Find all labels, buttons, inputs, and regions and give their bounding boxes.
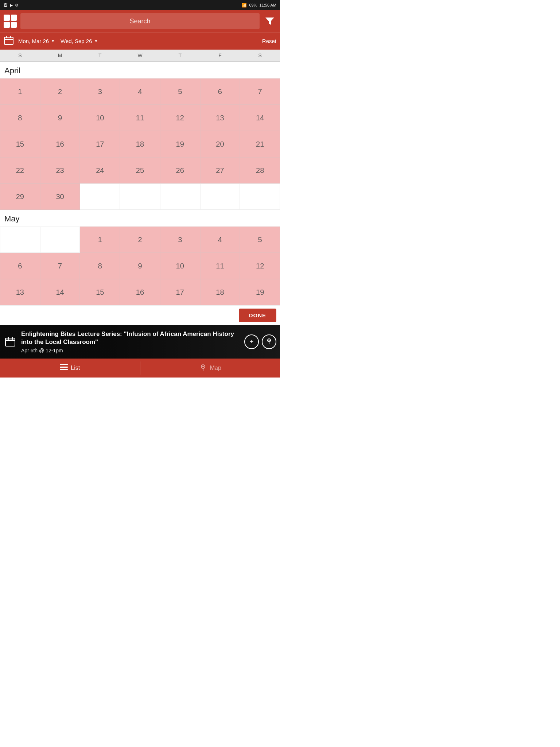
calendar-day[interactable]: 2 xyxy=(120,227,160,253)
svg-rect-4 xyxy=(10,36,11,38)
calendar-day[interactable]: 18 xyxy=(200,279,240,305)
calendar-day-empty xyxy=(120,183,160,210)
map-label: Map xyxy=(210,365,221,371)
calendar-day[interactable]: 20 xyxy=(200,131,240,157)
calendar-day[interactable]: 9 xyxy=(40,105,80,131)
calendar-day[interactable]: 18 xyxy=(120,131,160,157)
calendar-day[interactable]: 11 xyxy=(120,105,160,131)
calendar-day[interactable]: 27 xyxy=(200,157,240,183)
list-label: List xyxy=(71,365,80,371)
calendar-day[interactable]: 16 xyxy=(40,131,80,157)
calendar-day[interactable]: 5 xyxy=(160,78,200,105)
calendar-day[interactable]: 23 xyxy=(40,157,80,183)
svg-rect-13 xyxy=(60,367,68,368)
calendar-day[interactable]: 1 xyxy=(0,78,40,105)
image-icon: 🖼 xyxy=(4,3,8,8)
calendar-day[interactable]: 7 xyxy=(40,253,80,279)
calendar-day-empty xyxy=(200,183,240,210)
svg-rect-8 xyxy=(12,337,13,340)
calendar-day-empty xyxy=(240,183,280,210)
svg-rect-6 xyxy=(5,340,15,341)
svg-rect-1 xyxy=(4,37,13,44)
event-calendar-icon xyxy=(4,335,17,348)
calendar-day[interactable]: 9 xyxy=(120,253,160,279)
calendar-day[interactable]: 10 xyxy=(160,253,200,279)
start-date-picker[interactable]: Mon, Mar 26 ▼ xyxy=(18,38,55,44)
search-input[interactable] xyxy=(20,13,260,29)
calendar-day[interactable]: 15 xyxy=(0,131,40,157)
end-date-label: Wed, Sep 26 xyxy=(61,38,92,44)
calendar-day[interactable]: 12 xyxy=(240,253,280,279)
date-range-bar: Mon, Mar 26 ▼ Wed, Sep 26 ▼ Reset xyxy=(0,32,280,50)
list-icon xyxy=(60,364,68,372)
filter-icon[interactable] xyxy=(263,15,276,28)
event-location-button[interactable] xyxy=(262,334,276,349)
end-date-picker[interactable]: Wed, Sep 26 ▼ xyxy=(61,38,98,44)
calendar-day[interactable]: 5 xyxy=(240,227,280,253)
calendar-day[interactable]: 13 xyxy=(0,279,40,305)
calendar-day[interactable]: 30 xyxy=(40,183,80,210)
wifi-icon: 📶 xyxy=(242,3,247,8)
status-left-icons: 🖼 ▶ ⚙ xyxy=(4,3,19,8)
calendar-day[interactable]: 11 xyxy=(200,253,240,279)
calendar-day-empty xyxy=(0,227,40,253)
calendar-icon xyxy=(4,35,14,47)
calendar-day[interactable]: 4 xyxy=(120,78,160,105)
svg-point-16 xyxy=(202,366,204,367)
svg-rect-12 xyxy=(60,364,68,365)
calendar-day[interactable]: 8 xyxy=(80,253,120,279)
calendar-day[interactable]: 19 xyxy=(240,279,280,305)
event-actions: + xyxy=(244,334,276,349)
calendar-day[interactable]: 3 xyxy=(160,227,200,253)
calendar-day[interactable]: 7 xyxy=(240,78,280,105)
event-add-button[interactable]: + xyxy=(244,334,259,349)
calendar-day[interactable]: 17 xyxy=(80,131,120,157)
calendar-day[interactable]: 6 xyxy=(0,253,40,279)
calendar-day[interactable]: 25 xyxy=(120,157,160,183)
plus-icon: + xyxy=(250,338,254,346)
event-card[interactable]: Enlightening Bites Lecture Series: "Infu… xyxy=(0,325,280,359)
calendar-day[interactable]: 16 xyxy=(120,279,160,305)
calendar-day[interactable]: 3 xyxy=(80,78,120,105)
calendar-day[interactable]: 13 xyxy=(200,105,240,131)
calendar-day[interactable]: 14 xyxy=(40,279,80,305)
may-grid: 1 2 3 4 5 6 7 8 9 10 11 12 13 14 15 16 1… xyxy=(0,227,280,305)
grid-menu-icon[interactable] xyxy=(4,15,17,28)
calendar-day[interactable]: 22 xyxy=(0,157,40,183)
calendar-day[interactable]: 14 xyxy=(240,105,280,131)
calendar-day[interactable]: 26 xyxy=(160,157,200,183)
calendar-day[interactable]: 10 xyxy=(80,105,120,131)
list-nav-button[interactable]: List xyxy=(0,359,140,378)
calendar-day[interactable]: 29 xyxy=(0,183,40,210)
start-date-label: Mon, Mar 26 xyxy=(18,38,49,44)
april-grid: 1 2 3 4 5 6 7 8 9 10 11 12 13 14 15 16 1… xyxy=(0,78,280,210)
calendar-day-empty xyxy=(80,183,120,210)
calendar-day[interactable]: 6 xyxy=(200,78,240,105)
calendar-day[interactable]: 4 xyxy=(200,227,240,253)
calendar-day[interactable]: 15 xyxy=(80,279,120,305)
day-header-wed: W xyxy=(120,50,160,61)
map-icon xyxy=(199,363,207,373)
calendar-day[interactable]: 2 xyxy=(40,78,80,105)
day-header-fri: F xyxy=(200,50,240,61)
calendar-day[interactable]: 24 xyxy=(80,157,120,183)
calendar-day[interactable]: 28 xyxy=(240,157,280,183)
status-bar: 🖼 ▶ ⚙ 📶 69% 11:56 AM xyxy=(0,0,280,10)
done-row: DONE xyxy=(0,305,280,325)
reset-button[interactable]: Reset xyxy=(262,38,276,44)
app-header xyxy=(0,10,280,32)
calendar-day[interactable]: 8 xyxy=(0,105,40,131)
calendar-day[interactable]: 1 xyxy=(80,227,120,253)
done-button[interactable]: DONE xyxy=(239,309,276,322)
svg-rect-5 xyxy=(5,338,15,346)
calendar-day[interactable]: 17 xyxy=(160,279,200,305)
bottom-nav: List Map xyxy=(0,359,280,378)
calendar-day[interactable]: 12 xyxy=(160,105,200,131)
battery-status: 69% xyxy=(249,3,257,7)
day-header-sat: S xyxy=(240,50,280,61)
map-nav-button[interactable]: Map xyxy=(140,359,280,378)
status-time: 11:56 AM xyxy=(260,3,276,7)
event-date: Apr 6th @ 12-1pm xyxy=(21,348,240,353)
calendar-day[interactable]: 19 xyxy=(160,131,200,157)
calendar-day[interactable]: 21 xyxy=(240,131,280,157)
